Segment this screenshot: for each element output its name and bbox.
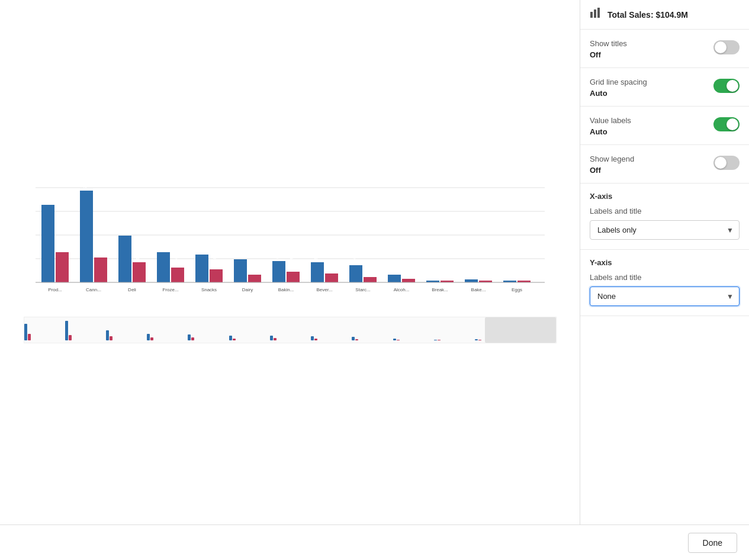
label-snacks-red: 4.05M [213,255,217,267]
show-legend-toggle[interactable] [713,156,740,170]
mini-bar-bever-red [314,339,317,340]
value-labels-row: Value labels Auto [580,107,749,145]
label-break-blue: 678.25K [429,262,433,278]
show-titles-knob [715,41,727,53]
x-axis-select[interactable]: Labels only None Title only Labels and t… [590,220,740,240]
svg-rect-7 [594,9,596,18]
mini-bar-dairy-red [233,339,236,340]
bar-bake-blue [465,279,478,282]
cat-snacks: Snacks [201,287,216,292]
mini-group-froze [147,334,187,340]
x-axis-section-header: X-axis [580,184,749,204]
value-labels-value: Auto [590,127,631,136]
label-froze-red: 4.64M [174,253,178,265]
svg-rect-6 [590,12,593,18]
label-eggs-blue: 245.22K [506,262,510,278]
bar-bakin-blue [272,261,285,282]
y-axis-labels-title-label: Labels and title [590,273,740,282]
mini-bar-snacks-red [191,337,194,340]
cat-bever: Bever... [316,287,332,292]
bar-froze-red [171,268,184,282]
panel-header: Total Sales: $104.9M [580,0,749,30]
label-break-red: 329.95K [443,262,448,278]
label-froze-blue: 9.45M [160,238,164,250]
mini-bar-deli-red [110,336,112,340]
label-cann-blue: 28.62M [83,182,87,188]
bar-prod-blue [41,205,54,282]
mini-bar-starc-blue [352,337,355,340]
mini-bar-froze-blue [147,334,150,340]
label-eggs-red: 245.22K [520,262,525,278]
mini-bar-prod-blue [24,324,27,340]
y-axis-label: Y-axis [590,258,612,267]
mini-bar-snacks-blue [188,334,191,340]
value-labels-label: Value labels [590,116,631,125]
grid-line-spacing-value: Auto [590,89,647,98]
show-titles-toggle[interactable] [713,40,740,54]
show-legend-knob [715,157,727,169]
mini-group-snacks [188,334,227,340]
y-axis-dropdown-wrapper: None Labels only Title only Labels and t… [590,287,740,306]
mini-group-deli [106,330,146,340]
x-axis-dropdown-wrapper: Labels only None Title only Labels and t… [590,220,740,240]
cat-bakin: Bakin... [278,287,294,292]
cat-eggs: Eggs [511,287,522,292]
label-cann-red: 7.72M [97,243,101,255]
cat-break: Break... [432,287,448,292]
mini-bar-deli-blue [106,330,109,340]
value-labels-toggle[interactable] [713,117,740,131]
label-deli-red: 6.18M [136,248,140,260]
mini-bar-break-blue [434,340,437,340]
cat-starc: Starc... [355,287,370,292]
mini-group-cann [65,321,105,340]
show-titles-label: Show titles [590,39,627,48]
cat-cann: Cann... [86,287,101,292]
show-titles-value: Off [590,50,627,59]
bar-alcoh-red [402,279,415,282]
y-axis-select[interactable]: None Labels only Title only Labels and t… [590,287,740,306]
chart-icon [590,7,602,22]
mini-scroll-thumb[interactable] [485,317,556,343]
cat-deli: Deli [128,287,136,292]
bar-cann-blue [80,191,93,282]
chart-wrapper: 24.18M 9.45M Prod... 28.62M 7.72M Cann..… [24,182,557,343]
y-axis-dropdown-row: Labels and title None Labels only Title … [580,271,749,316]
bar-froze-blue [157,252,170,282]
bar-deli-blue [118,236,131,282]
show-legend-value: Off [590,166,634,175]
label-bake-red: 230.11K [482,262,486,278]
label-deli-blue: 14.63M [121,219,126,233]
value-labels-text: Value labels Auto [590,116,631,136]
label-dairy-red: 2.35M [251,260,255,272]
footer: Done [0,524,749,560]
mini-group-prod [24,324,64,340]
bar-dairy-red [248,275,261,282]
grid-line-spacing-toggle[interactable] [713,79,740,93]
label-bake-blue: 842.3K [468,263,472,277]
done-button[interactable]: Done [688,533,737,553]
mini-bar-bake-blue [475,339,478,340]
grid-line-spacing-label: Grid line spacing [590,78,647,86]
label-starc-red: 1.66M [367,263,371,275]
mini-group-alcoh [393,339,433,340]
bar-bever-blue [311,262,324,282]
bar-starc-red [364,277,377,282]
mini-group-dairy [229,336,269,340]
show-titles-row: Show titles Off [580,30,749,68]
mini-chart[interactable] [24,317,557,343]
label-prod-red: 9.45M [59,238,63,250]
mini-bar-alcoh-red [397,340,400,340]
label-alcoh-red: 517.71K [405,260,409,276]
cat-prod: Prod... [48,287,62,292]
grid-line-spacing-text: Grid line spacing Auto [590,78,647,98]
mini-chart-inner [24,317,556,343]
y-axis-section-header: Y-axis [580,250,749,271]
bar-snacks-red [210,269,223,282]
cat-dairy: Dairy [242,287,253,292]
mini-group-bakin [270,336,310,340]
svg-rect-8 [597,8,600,18]
mini-bar-cann-blue [65,321,68,340]
label-bever-blue: 6.32M [314,248,318,260]
cat-bake: Bake... [471,287,486,292]
bar-bever-red [325,273,338,282]
